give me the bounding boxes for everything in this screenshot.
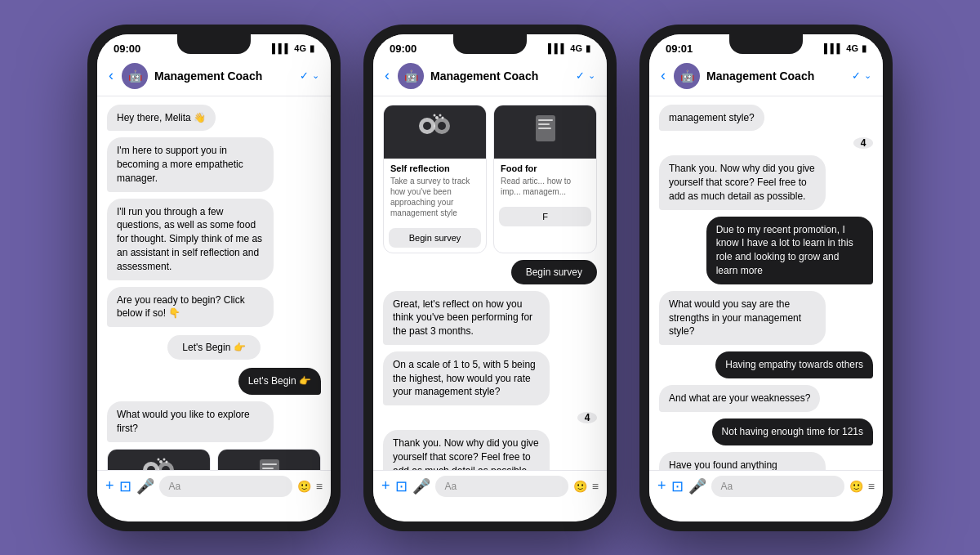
back-button-1[interactable]: ‹ <box>109 67 114 84</box>
mic-icon-3[interactable]: 🎤 <box>688 477 706 495</box>
messages-2: Self reflection Take a survey to track h… <box>373 96 607 470</box>
number-badge-2: 4 <box>577 412 597 423</box>
card-body-food2: Food for Read artic... how to imp... man… <box>494 159 596 204</box>
svg-rect-21 <box>538 119 553 121</box>
emoji-icon-1[interactable]: 🙂 <box>297 480 311 493</box>
msg-1-5: Let's Begin 👉 <box>238 368 321 395</box>
back-button-2[interactable]: ‹ <box>385 67 390 84</box>
emoji-icon-3[interactable]: 🙂 <box>849 480 863 493</box>
time-1: 09:00 <box>114 43 140 55</box>
message-input-3[interactable]: Aa <box>711 476 844 497</box>
status-icons-3: ▌▌▌ 4G ▮ <box>824 43 866 54</box>
svg-point-5 <box>163 459 165 461</box>
avatar-1: 🤖 <box>122 63 148 89</box>
notch-1 <box>177 34 251 54</box>
msg-3-2: Due to my recent promotion, I know I hav… <box>706 217 873 284</box>
number-badge-3: 4 <box>853 137 873 149</box>
plus-icon-3[interactable]: + <box>657 477 666 495</box>
chevron-icon-2[interactable]: ⌄ <box>588 70 595 81</box>
avatar-2: 🤖 <box>398 63 424 89</box>
message-input-1[interactable]: Aa <box>159 476 292 497</box>
bot-name-3: Management Coach <box>706 69 845 83</box>
msg-2-2: On a scale of 1 to 5, with 5 being the h… <box>383 351 550 405</box>
lets-begin-center-btn[interactable]: Let's Begin 👉 <box>167 335 260 360</box>
network-3: 4G <box>846 43 858 53</box>
mic-icon-2[interactable]: 🎤 <box>412 477 430 495</box>
header-actions-1: ✓ ⌄ <box>300 69 319 82</box>
notch-2 <box>453 34 527 54</box>
header-actions-3: ✓ ⌄ <box>852 69 871 82</box>
plus-icon-1[interactable]: + <box>105 477 114 495</box>
battery-icon-3: ▮ <box>862 43 866 54</box>
back-button-3[interactable]: ‹ <box>661 67 666 84</box>
card-title-sr2: Self reflection <box>390 163 479 173</box>
msg-3-1: Thank you. Now why did you give yourself… <box>659 155 826 209</box>
phone-2: 09:00 ▌▌▌ 4G ▮ ‹ 🤖 Management Coach ✓ ⌄ <box>363 25 617 531</box>
messages-1: Hey there, Melita 👋 I'm here to support … <box>97 96 331 470</box>
svg-point-4 <box>159 460 163 463</box>
msg-3-5: And what are your weaknesses? <box>659 385 820 412</box>
status-icons-2: ▌▌▌ 4G ▮ <box>548 43 590 54</box>
checkmark-icon-3[interactable]: ✓ <box>852 69 861 82</box>
camera-icon-1[interactable]: ⊡ <box>119 477 131 495</box>
checkmark-icon-1[interactable]: ✓ <box>300 69 309 82</box>
msg-1-6: What would you like to explore first? <box>107 401 274 442</box>
card-body-sr2: Self reflection Take a survey to track h… <box>384 159 486 225</box>
begin-survey-sent-btn[interactable]: Begin survey <box>511 260 597 284</box>
home-indicator-2 <box>373 505 607 521</box>
plus-icon-2[interactable]: + <box>381 477 390 495</box>
card-desc-food2: Read artic... how to imp... managem... <box>501 176 590 197</box>
signal-icon-1: ▌▌▌ <box>272 43 291 53</box>
chevron-icon-1[interactable]: ⌄ <box>312 70 319 81</box>
msg-1-2: I'm here to support you in becoming a mo… <box>107 137 274 191</box>
msg-1-3: I'll run you through a few questions, as… <box>107 199 274 280</box>
bot-name-2: Management Coach <box>430 69 569 83</box>
battery-icon-2: ▮ <box>586 43 590 54</box>
svg-rect-23 <box>538 128 551 129</box>
camera-icon-2[interactable]: ⊡ <box>395 477 408 495</box>
bot-name-1: Management Coach <box>154 69 293 83</box>
food-card-btn-2[interactable]: F <box>499 207 591 226</box>
card-img-food-2 <box>494 105 596 159</box>
msg-3-6: Not having enough time for 121s <box>712 418 873 445</box>
chat-header-3: ‹ 🤖 Management Coach ✓ ⌄ <box>649 58 883 96</box>
checkmark-icon-2[interactable]: ✓ <box>576 69 585 82</box>
card-img-1 <box>108 450 210 470</box>
card-food-1[interactable]: Food for Read artic... F <box>217 449 321 470</box>
emoji-icon-2[interactable]: 🙂 <box>573 480 587 493</box>
network-1: 4G <box>294 43 306 53</box>
menu-icon-2[interactable]: ≡ <box>592 480 599 493</box>
input-bar-1: + ⊡ 🎤 Aa 🙂 ≡ <box>97 470 331 505</box>
svg-point-7 <box>165 461 167 463</box>
svg-point-16 <box>435 116 439 119</box>
phone-3: 09:01 ▌▌▌ 4G ▮ ‹ 🤖 Management Coach ✓ ⌄ … <box>639 25 893 531</box>
message-input-2[interactable]: Aa <box>435 476 568 497</box>
home-indicator-1 <box>97 505 331 521</box>
time-3: 09:01 <box>666 43 693 55</box>
chat-header-2: ‹ 🤖 Management Coach ✓ ⌄ <box>373 58 607 96</box>
card-self-reflection-1[interactable]: Self reflection Take a survey to track h… <box>107 449 211 470</box>
msg-3-4: Having empathy towards others <box>715 351 873 378</box>
camera-icon-3[interactable]: ⊡ <box>671 477 684 495</box>
signal-icon-2: ▌▌▌ <box>548 43 567 53</box>
chevron-icon-3[interactable]: ⌄ <box>864 70 871 81</box>
phone-1: 09:00 ▌▌▌ 4G ▮ ‹ 🤖 Management Coach ✓ ⌄ … <box>87 25 341 531</box>
menu-icon-1[interactable]: ≡ <box>316 480 323 493</box>
svg-point-15 <box>438 122 446 130</box>
avatar-3: 🤖 <box>674 63 700 89</box>
card-self-reflection-2[interactable]: Self reflection Take a survey to track h… <box>383 105 487 253</box>
cards-row-2: Self reflection Take a survey to track h… <box>383 105 597 253</box>
svg-point-6 <box>157 459 159 461</box>
card-food-2[interactable]: Food for Read artic... how to imp... man… <box>493 105 597 253</box>
msg-2-3: Thank you. Now why did you give yourself… <box>383 430 550 469</box>
menu-icon-3[interactable]: ≡ <box>868 480 875 493</box>
svg-point-14 <box>423 122 431 130</box>
svg-point-18 <box>433 114 435 117</box>
svg-point-17 <box>439 114 441 117</box>
begin-survey-card-btn-2[interactable]: Begin survey <box>389 228 481 248</box>
mic-icon-1[interactable]: 🎤 <box>136 477 154 495</box>
svg-rect-22 <box>538 123 550 125</box>
signal-icon-3: ▌▌▌ <box>824 43 843 53</box>
svg-point-19 <box>441 117 443 119</box>
battery-icon-1: ▮ <box>310 43 314 54</box>
